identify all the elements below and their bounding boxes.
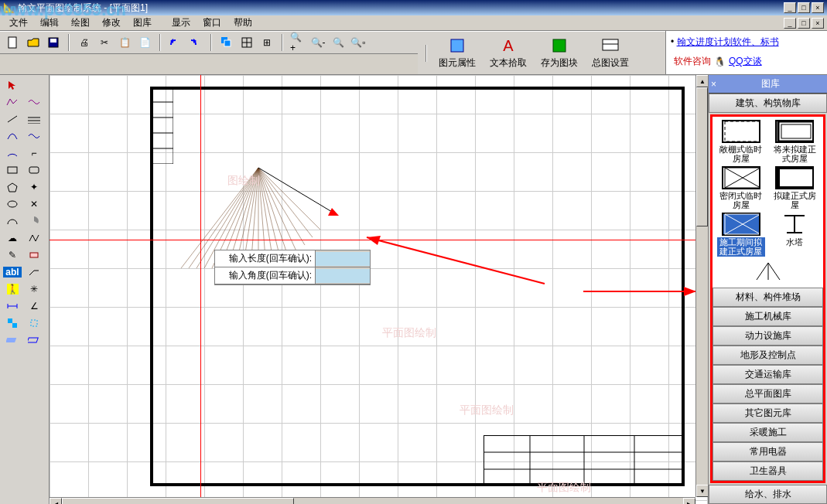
pan-tool[interactable] — [23, 77, 45, 94]
angle-dim-tool[interactable]: ∠ — [23, 298, 45, 315]
gallery-item-2[interactable]: 密闭式临时房屋 — [717, 166, 765, 209]
cross-tool[interactable]: ✕ — [23, 196, 45, 213]
arc2-tool[interactable] — [2, 213, 23, 230]
print-button[interactable]: 🖨 — [76, 34, 93, 51]
element-props-button[interactable]: 图元属性 — [433, 34, 481, 72]
length-input[interactable] — [316, 252, 370, 266]
minimize-button[interactable]: _ — [784, 2, 796, 13]
svg-rect-0 — [9, 37, 16, 48]
scroll-right[interactable]: ▶ — [683, 498, 695, 504]
scroll-thumb-v[interactable] — [696, 87, 708, 226]
menu-edit[interactable]: 编辑 — [34, 15, 65, 31]
pie-tool[interactable] — [23, 213, 45, 230]
cat-0[interactable]: 材料、构件堆场 — [713, 288, 823, 307]
cat-water[interactable]: 给水、排水 — [709, 485, 827, 504]
group-tool[interactable] — [23, 315, 45, 332]
save-button[interactable] — [45, 34, 62, 51]
paste-button[interactable]: 📄 — [136, 34, 153, 51]
menu-draw[interactable]: 绘图 — [65, 15, 96, 31]
gallery-item-0[interactable]: 敞棚式临时房屋 — [717, 120, 765, 163]
copy-button[interactable]: 📋 — [116, 34, 133, 51]
polyline-tool[interactable] — [2, 94, 23, 111]
cat-4[interactable]: 交通运输库 — [713, 365, 823, 384]
drawing-canvas[interactable]: 图绘制 平面图绘制 平面图绘制 平面图绘制 输入长度(回车确认): 输入角度(回… — [50, 75, 708, 504]
undo-button[interactable] — [167, 34, 184, 51]
cat-8[interactable]: 常用电器 — [713, 442, 823, 461]
cat-5[interactable]: 总平面图库 — [713, 384, 823, 404]
arc-tool[interactable] — [2, 145, 23, 162]
child-close[interactable]: × — [812, 18, 824, 29]
gallery-item-3[interactable]: 拟建正式房屋 — [771, 166, 818, 209]
close-button[interactable]: × — [812, 2, 824, 13]
maximize-button[interactable]: □ — [798, 2, 810, 13]
polygon-tool[interactable] — [2, 179, 23, 196]
spline-tool[interactable] — [23, 128, 45, 145]
scroll-thumb-h[interactable] — [62, 498, 294, 504]
dimension-tool[interactable] — [2, 298, 23, 315]
cat-7[interactable]: 采暖施工 — [713, 423, 823, 442]
gallery-item-1[interactable]: 将来拟建正式房屋 — [771, 120, 818, 163]
wall-tool[interactable] — [2, 332, 23, 349]
gallery-item-5[interactable]: 水塔 — [771, 213, 818, 256]
select-tool[interactable] — [2, 77, 23, 94]
scroll-up[interactable]: ▲ — [696, 75, 708, 87]
scroll-left[interactable]: ◀ — [50, 498, 62, 504]
child-minimize[interactable]: _ — [784, 18, 796, 29]
zoom-fit-button[interactable]: 🔍 — [330, 34, 347, 51]
redo-button[interactable] — [187, 34, 204, 51]
palette-close[interactable]: × — [711, 79, 716, 90]
snap-button[interactable]: ⊞ — [258, 34, 275, 51]
text-pick-button[interactable]: A文本拾取 — [484, 35, 532, 72]
revision-tool[interactable] — [23, 230, 45, 247]
child-maximize[interactable]: □ — [798, 18, 810, 29]
slab-tool[interactable] — [23, 332, 45, 349]
gallery-item-4[interactable]: 施工期间拟建正式房屋 — [717, 213, 765, 256]
curve-tool[interactable] — [2, 128, 23, 145]
freehand-tool[interactable] — [23, 94, 45, 111]
new-button[interactable] — [5, 34, 22, 51]
zoom-out-button[interactable]: 🔍- — [309, 34, 326, 51]
person-tool[interactable]: 🚶 — [2, 281, 23, 298]
pencil-tool[interactable]: ✎ — [2, 247, 23, 264]
cat-3[interactable]: 地形及控制点 — [713, 346, 823, 365]
menu-window[interactable]: 窗口 — [196, 15, 227, 31]
grid-button[interactable] — [238, 34, 255, 51]
scroll-down[interactable]: ▼ — [696, 485, 708, 497]
angle-input[interactable] — [316, 269, 370, 283]
zoom-in-button[interactable]: 🔍+ — [289, 34, 306, 51]
cat-9[interactable]: 卫生器具 — [713, 461, 823, 481]
leader-tool[interactable] — [23, 264, 45, 281]
scrollbar-vertical[interactable]: ▲ ▼ — [695, 75, 708, 497]
scrollbar-horizontal[interactable]: ◀ ▶ — [50, 497, 695, 504]
zoom-window-button[interactable]: 🔍▫ — [350, 34, 367, 51]
layers-button[interactable] — [218, 34, 235, 51]
gallery-item-6[interactable] — [744, 260, 792, 284]
promo-link[interactable]: 翰文进度计划软件、标书 — [677, 36, 779, 47]
save-block-button[interactable]: 存为图块 — [535, 34, 583, 72]
cat-6[interactable]: 其它图元库 — [713, 404, 823, 423]
menu-display[interactable]: 显示 — [166, 15, 196, 31]
menu-file[interactable]: 文件 — [3, 15, 34, 31]
cat-1[interactable]: 施工机械库 — [713, 307, 823, 326]
open-button[interactable] — [25, 34, 42, 51]
rect-tool[interactable] — [2, 162, 23, 179]
block-tool[interactable] — [2, 315, 23, 332]
hatch-tool[interactable] — [23, 111, 45, 128]
cat-building[interactable]: 建筑、构筑物库 — [709, 94, 827, 113]
star-tool[interactable]: ✦ — [23, 179, 45, 196]
menu-library[interactable]: 图库 — [127, 15, 158, 31]
line-tool[interactable] — [2, 111, 23, 128]
cloud-tool[interactable]: ☁ — [2, 230, 23, 247]
menu-help[interactable]: 帮助 — [227, 15, 258, 31]
cat-2[interactable]: 动力设施库 — [713, 326, 823, 346]
cut-button[interactable]: ✂ — [96, 34, 113, 51]
bracket-tool[interactable]: ⌐ — [23, 145, 45, 162]
menu-modify[interactable]: 修改 — [96, 15, 127, 31]
qq-chat-link[interactable]: QQ交谈 — [729, 55, 762, 68]
north-tool[interactable]: ✳ — [23, 281, 45, 298]
roundrect-tool[interactable] — [23, 162, 45, 179]
master-settings-button[interactable]: 总图设置 — [586, 34, 634, 72]
ellipse-tool[interactable] — [2, 196, 23, 213]
text-tool[interactable]: abl — [2, 264, 23, 281]
eraser-tool[interactable] — [23, 247, 45, 264]
